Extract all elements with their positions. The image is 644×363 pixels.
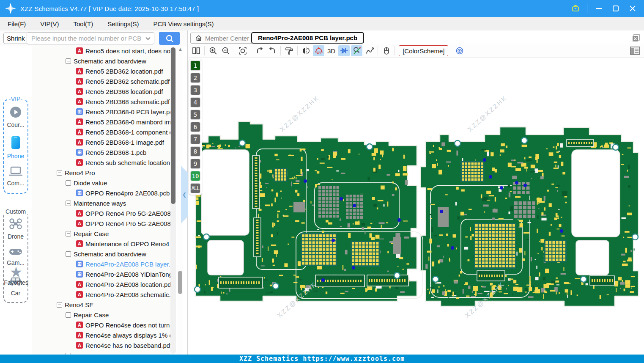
collapse-minus-icon[interactable] <box>57 170 62 176</box>
tree-node[interactable]: Repair Case <box>32 310 170 320</box>
menu-item-2[interactable]: Tool(T) <box>74 20 93 28</box>
layer-button-8[interactable]: 8 <box>190 146 200 157</box>
layer-button-all[interactable]: ALL <box>190 183 200 193</box>
tree-file[interactable]: OPPO Reno4 Pro 5G-2AE008 Ph <box>32 218 170 228</box>
tree-file[interactable]: Reno5 2BD368-1 component ex <box>32 127 170 137</box>
tree-node[interactable]: Reno4 SE <box>32 300 170 310</box>
layer-button-6[interactable]: 6 <box>190 122 200 132</box>
layer-button-1[interactable]: 1 <box>190 60 200 71</box>
rotate-ccw-icon[interactable] <box>254 45 265 56</box>
model-search-combo[interactable] <box>27 32 154 44</box>
split-view-icon[interactable] <box>190 45 202 56</box>
tree-file[interactable]: Reno5 2BD368 location.pdf <box>32 86 170 96</box>
tree-node[interactable]: Maintenance ways <box>32 198 170 208</box>
tree-file[interactable]: Reno4Pro-2AE008 PCB layer.pcl <box>32 259 170 269</box>
collapse-minus-icon[interactable] <box>57 302 62 308</box>
collapse-tree-handle[interactable]: ❮ <box>181 166 188 223</box>
tree-node[interactable]: Schematic and boardview <box>32 56 170 66</box>
color-picker-icon[interactable] <box>351 45 362 56</box>
tree-node[interactable]: Diode value <box>32 178 170 188</box>
document-tab[interactable]: Reno4Pro-2AE008 PCB layer.pcb <box>251 32 364 44</box>
tree-node[interactable] <box>32 350 170 355</box>
spiral-icon[interactable] <box>454 45 465 56</box>
diode-icon[interactable] <box>338 45 350 56</box>
tree-scrollbar[interactable] <box>170 47 176 354</box>
layer-button-4[interactable]: 4 <box>190 97 200 107</box>
license-briefcase-icon[interactable] <box>570 3 581 14</box>
maximize-button[interactable] <box>610 3 621 14</box>
search-button[interactable] <box>159 32 180 45</box>
tree-file[interactable]: Reno5 sub schematic location.p <box>32 157 170 168</box>
collapse-minus-icon[interactable] <box>66 180 71 186</box>
collapse-minus-icon[interactable] <box>66 231 71 236</box>
tree-item-label: OPPO Reno4pro 2AE008.pcb <box>85 190 170 197</box>
rail-item-cour[interactable]: Cour... <box>4 106 27 128</box>
chevron-down-icon[interactable] <box>144 36 152 41</box>
rail-item-phone[interactable]: Phone <box>4 135 27 160</box>
tree-file[interactable]: OPPO Reno4 Pro 5G-2AE008 Lo <box>32 208 170 218</box>
collapse-minus-icon[interactable] <box>66 58 71 64</box>
menu-item-0[interactable]: File(F) <box>8 20 26 28</box>
rail-item-com[interactable]: Com... <box>4 166 27 187</box>
layer-button-9[interactable]: 9 <box>190 159 200 169</box>
collapse-minus-icon[interactable] <box>66 312 71 318</box>
tree-file[interactable]: OPPO Reno4pro 2AE008.pcb <box>32 188 170 198</box>
tree-file[interactable]: OPPO Reno4se does not turn o <box>32 320 170 330</box>
tree-file[interactable]: Reno4se has no baseband.pdf <box>32 340 170 350</box>
tree-file[interactable]: Reno5 2BD368-1 image.pdf <box>32 137 170 147</box>
tree-file[interactable]: Reno4Pro-2AE008 YiDianTong( <box>32 269 170 279</box>
paint-roller-icon[interactable] <box>283 45 295 56</box>
scroll-up-arrow-icon[interactable]: ▲ <box>178 47 183 52</box>
tree-node[interactable]: Reno4 Pro <box>32 168 170 178</box>
favorites-item[interactable]: ★ Favorites <box>0 265 32 286</box>
menu-item-4[interactable]: PCB View settings(S) <box>153 20 214 28</box>
search-input[interactable] <box>27 35 144 42</box>
layer-button-10[interactable]: 10 <box>190 171 200 181</box>
tree-file[interactable]: Reno5 2BD362 schematic.pdf <box>32 76 170 86</box>
lamp-icon[interactable] <box>313 45 324 56</box>
tree-item-label: Reno4 Pro <box>65 169 95 176</box>
tree-scrollbar-thumb[interactable] <box>171 47 175 204</box>
minimize-button[interactable] <box>593 3 604 14</box>
layer-button-2[interactable]: 2 <box>190 73 200 83</box>
panel-scrollbar-thumb[interactable] <box>178 271 182 294</box>
layer-button-3[interactable]: 3 <box>190 85 200 95</box>
rail-item-gam[interactable]: Gam... <box>4 247 27 266</box>
tree-file[interactable]: Reno4se always displays 1% cha <box>32 330 170 340</box>
rotate-cw-icon[interactable] <box>266 45 278 56</box>
tree-node[interactable]: Repair Case <box>32 228 170 239</box>
zoom-out-icon[interactable] <box>220 45 231 56</box>
layer-panel-icon[interactable] <box>630 46 640 56</box>
tree-file[interactable]: Reno5 does not start, does not t <box>32 46 170 56</box>
shrink-button[interactable]: Shrink <box>3 33 28 44</box>
tree-file[interactable]: Reno5 2BD368-0 mainbord ima <box>32 117 170 127</box>
tree-file[interactable]: Reno5 2BD368 schematic.pdf <box>32 96 170 107</box>
tree-node[interactable]: Schematic and boardview <box>32 249 170 259</box>
tree-file[interactable]: Reno4Pro-2AE008 location.pdf <box>32 279 170 289</box>
collapse-minus-icon[interactable] <box>66 201 71 206</box>
close-button[interactable] <box>627 3 638 14</box>
collapse-minus-icon[interactable] <box>66 251 71 257</box>
menu-item-1[interactable]: VIP(V) <box>40 20 59 28</box>
colorscheme-button[interactable]: [ColorScheme] <box>399 45 448 56</box>
layer-button-5[interactable]: 5 <box>190 110 200 120</box>
layer-button-7[interactable]: 7 <box>190 134 200 144</box>
pcb-toolbar: 3D[ColorScheme] <box>188 44 644 58</box>
close-document-icon[interactable] <box>632 34 640 42</box>
menu-item-3[interactable]: Settings(S) <box>107 20 139 28</box>
mouse-icon[interactable] <box>381 45 392 56</box>
tree-file[interactable]: Maintenance of OPPO Reno4 P <box>32 239 170 249</box>
pdf-file-icon <box>76 342 83 349</box>
pcb-viewer[interactable]: XZZ@XZZHKXZZ@XZZHKXZZ@XZZHKXZZ@XZZHK <box>188 58 644 355</box>
tree-file[interactable]: Reno5 2BD368-0 PCB layer.pcb <box>32 107 170 117</box>
mirror-flip-icon[interactable] <box>300 45 312 56</box>
member-center-button[interactable]: Member Center <box>190 33 254 44</box>
tree-file[interactable]: Reno5 2BD362 location.pdf <box>32 66 170 76</box>
3d-toggle[interactable]: 3D <box>326 45 337 56</box>
rail-item-drone[interactable]: Drone <box>4 217 27 240</box>
focus-select-icon[interactable] <box>237 45 248 56</box>
curve-icon[interactable] <box>364 45 375 56</box>
zoom-in-icon[interactable] <box>207 45 219 56</box>
tree-file[interactable]: Reno5 2BD368-1.pcb <box>32 147 170 157</box>
tree-file[interactable]: Reno4Pro-2AE008 schematic.pc <box>32 289 170 300</box>
